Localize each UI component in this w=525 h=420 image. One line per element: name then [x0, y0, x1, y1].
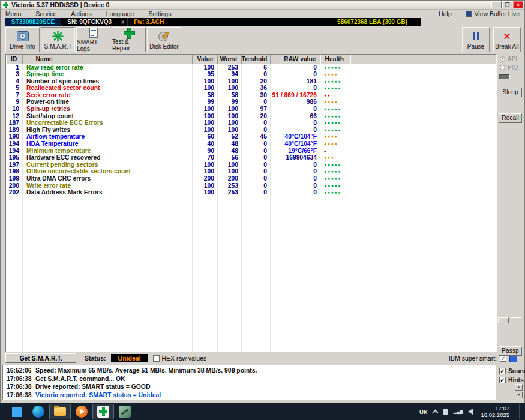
smart-row[interactable]: 9Power-on time99990986●●●●: [6, 98, 496, 106]
menu-item-actions[interactable]: Actions: [71, 10, 91, 17]
cell-id: 1: [6, 64, 22, 71]
small-right-button[interactable]: [511, 317, 521, 323]
header-health[interactable]: Health: [320, 55, 350, 64]
smart-row[interactable]: 194Minimum temperature9048019°C/66°F-: [6, 148, 496, 155]
pio-radio-circle: [500, 65, 505, 70]
get-smart-button[interactable]: Get S.M.A.R.T.: [5, 353, 76, 363]
api-radio[interactable]: API: [500, 56, 517, 62]
show-desktop-button[interactable]: [519, 404, 521, 419]
taskbar-explorer-button[interactable]: [49, 404, 71, 419]
smart-row[interactable]: 189High Fly writes10010000●●●●●: [6, 127, 496, 134]
smart-row[interactable]: 3Spin-up time959400●●●●: [6, 71, 496, 78]
tray-network-icon[interactable]: ▂▄▆: [454, 409, 463, 415]
scroll-up-button[interactable]: ▲: [515, 384, 523, 391]
cell-health: ●●●●●: [320, 161, 350, 169]
language-indicator[interactable]: UK: [419, 409, 428, 415]
pause-button[interactable]: Pause: [462, 27, 490, 52]
smart-row[interactable]: 198Offline uncorrectable sectors count10…: [6, 168, 496, 175]
drive-capacity: 586072368 LBA (300 GB): [331, 18, 421, 26]
smart-button[interactable]: S.M.A.R.T: [41, 27, 75, 52]
ibm-super-smart-checkbox[interactable]: ✓: [500, 355, 506, 362]
taskbar-victoria-button[interactable]: [92, 404, 114, 419]
hints-label: Hints: [508, 377, 524, 383]
small-left-button[interactable]: [498, 317, 509, 323]
cell-raw: 0: [270, 106, 320, 113]
menu-item-language[interactable]: Language: [106, 10, 134, 17]
smart-logs-icon: [89, 27, 98, 38]
cell-name: Seek error rate: [22, 92, 192, 99]
start-button[interactable]: [6, 404, 28, 419]
smart-row[interactable]: 199Ultra DMA CRC errors20020000●●●●●: [6, 175, 496, 182]
smart-row[interactable]: 4Number of spin-up times10010020181●●●●●: [6, 78, 496, 85]
hints-checkbox-row[interactable]: ✓ Hints: [499, 377, 524, 383]
drive-tab[interactable]: ST3300820SCE SN: 9QFCKVQ3 x Fw: 3.ACH 58…: [5, 18, 421, 26]
hints-checkbox[interactable]: ✓: [499, 377, 506, 383]
drive-tab-close[interactable]: x: [118, 18, 128, 26]
smart-logs-button[interactable]: SMART Logs: [76, 27, 110, 52]
menu-item-menu[interactable]: Menu: [5, 10, 21, 17]
smart-row[interactable]: 197Current pending sectors10010000●●●●●: [6, 161, 496, 169]
view-buffer-icon[interactable]: [466, 11, 472, 17]
cell-raw: 0: [270, 182, 320, 190]
pio-radio[interactable]: PIO: [500, 64, 518, 71]
smart-row[interactable]: 194HDA Temperature4048040°C/104°F●●●●: [6, 140, 496, 148]
cell-treshold: 0: [241, 161, 270, 169]
smart-row[interactable]: 1Raw read error rate10025360●●●●●: [6, 64, 496, 71]
menu-item-service[interactable]: Service: [35, 10, 56, 17]
menu-item-help[interactable]: Help: [439, 10, 452, 17]
cell-worst: 48: [217, 140, 241, 148]
cell-health: ●●●●●: [320, 182, 350, 190]
header-id[interactable]: ID: [6, 55, 22, 64]
smart-row[interactable]: 190Airflow temperature60524540°C/104°F●●…: [6, 133, 496, 140]
test-repair-button[interactable]: Test & Repair: [112, 27, 146, 52]
smart-row[interactable]: 200Write error rate10025300●●●●●: [6, 182, 496, 190]
cell-filler: [350, 85, 496, 92]
tray-chevron-up-icon[interactable]: [432, 410, 438, 416]
cell-raw: 91 / 869 / 16726: [270, 92, 320, 99]
cell-value: 70: [192, 154, 217, 161]
passp-button[interactable]: Passp: [499, 346, 522, 356]
smart-row[interactable]: 5Reallocated sector count100100360●●●●●: [6, 85, 496, 92]
cell-id: 202: [6, 189, 22, 196]
taskbar-clock[interactable]: 17:07 16.02.2025: [481, 405, 509, 418]
maximize-button[interactable]: ❐: [502, 1, 512, 8]
tray-shield-icon[interactable]: [443, 409, 448, 415]
sound-checkbox[interactable]: ✓: [499, 368, 506, 374]
scroll-down-button[interactable]: ▼: [515, 392, 523, 398]
cell-treshold: 0: [241, 98, 270, 106]
header-raw[interactable]: RAW value: [270, 55, 320, 64]
sound-checkbox-row[interactable]: ✓ Sound: [499, 368, 525, 374]
smart-row[interactable]: 187Uncorrectable ECC Errors10010000●●●●●: [6, 119, 496, 127]
hex-raw-checkbox-row[interactable]: HEX raw values: [153, 355, 207, 362]
cell-id: 187: [6, 119, 22, 127]
recall-button[interactable]: Recall: [499, 113, 522, 123]
header-worst[interactable]: Worst: [217, 55, 241, 64]
cell-worst: 100: [217, 113, 241, 120]
close-button[interactable]: ×: [513, 1, 523, 8]
minimize-button[interactable]: ─: [491, 1, 502, 8]
break-all-button[interactable]: ✕ Break All: [493, 27, 521, 52]
tray-volume-icon[interactable]: [468, 409, 473, 415]
menu-item-settings[interactable]: Settings: [148, 10, 171, 17]
smart-row[interactable]: 10Spin-up retries100100970●●●●●: [6, 106, 496, 113]
taskbar-edge-button[interactable]: [28, 404, 49, 419]
mini-progress-indicator: [499, 74, 510, 79]
drive-info-button[interactable]: Drive Info: [5, 27, 40, 52]
smart-row[interactable]: 12Start/stop count1001002066●●●●●: [6, 113, 496, 120]
taskbar-tools-button[interactable]: [114, 404, 136, 419]
header-value[interactable]: Value: [192, 55, 217, 64]
smart-row[interactable]: 202Data Address Mark Errors10025300●●●●●: [6, 189, 496, 196]
cell-worst: 48: [217, 148, 241, 155]
victoria-cross-icon: [97, 406, 109, 418]
folder-icon: [54, 407, 66, 416]
header-name[interactable]: Name: [22, 55, 192, 64]
sleep-button[interactable]: Sleep: [499, 88, 522, 97]
smart-row[interactable]: 195Hardware ECC recovered70560169904634●…: [6, 154, 496, 161]
view-buffer-live-toggle[interactable]: View Buffer Live: [475, 10, 520, 17]
cell-raw: 0: [270, 119, 320, 127]
smart-row[interactable]: 7Seek error rate58583091 / 869 / 16726●●: [6, 92, 496, 99]
header-treshold[interactable]: Treshold: [241, 55, 270, 64]
disk-editor-button[interactable]: Disk Editor: [147, 27, 181, 52]
taskbar-media-button[interactable]: [71, 404, 92, 419]
hex-raw-checkbox[interactable]: [153, 355, 160, 362]
